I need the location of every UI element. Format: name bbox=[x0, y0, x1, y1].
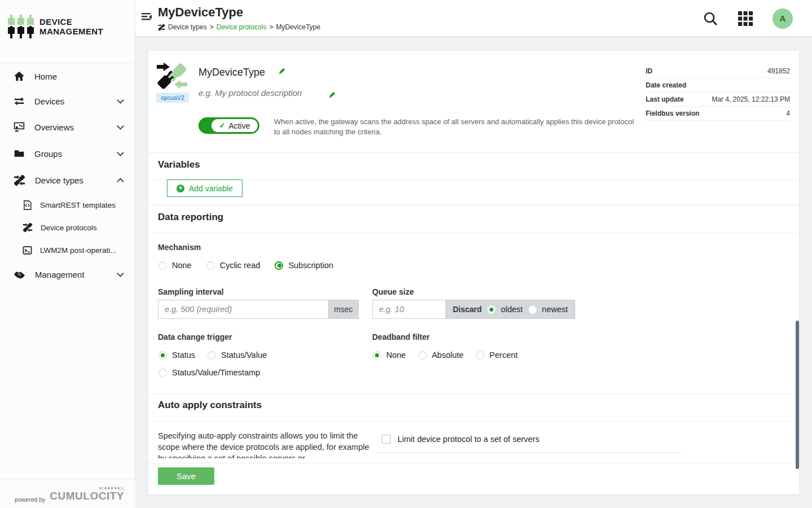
breadcrumb-device-types[interactable]: Device types bbox=[168, 23, 207, 31]
app-logo: DEVICE MANAGEMENT bbox=[0, 0, 135, 63]
folder-icon bbox=[14, 148, 25, 159]
app-switcher-icon[interactable] bbox=[738, 11, 753, 27]
active-hint-text: When active, the gateway scans the addre… bbox=[274, 117, 641, 137]
sidebar-item-overviews[interactable]: Overviews bbox=[0, 115, 135, 139]
info-row-id: ID 491852 bbox=[646, 64, 790, 78]
device-management-logo-icon bbox=[8, 15, 34, 38]
code-document-icon bbox=[23, 200, 32, 210]
breadcrumb: Device types > Device protocols > MyDevi… bbox=[158, 23, 320, 31]
device-protocol-card: opcuaV2 MyDeviceType e.g. My protocol de… bbox=[148, 51, 799, 494]
active-toggle[interactable]: ✓ Active bbox=[198, 117, 259, 134]
breadcrumb-current: MyDeviceType bbox=[276, 23, 320, 31]
queue-size-input[interactable] bbox=[372, 300, 445, 319]
sampling-interval-label: Sampling interval bbox=[158, 287, 224, 296]
device-protocol-icon bbox=[23, 222, 33, 233]
protocol-description-placeholder[interactable]: e.g. My protocol description bbox=[198, 88, 302, 98]
sidebar-item-smartrest-templates[interactable]: SmartREST templates bbox=[0, 194, 135, 216]
auto-apply-description: Specifying auto-apply constraints allows… bbox=[158, 430, 379, 458]
sidebar-item-lwm2m[interactable]: LWM2M post-operati... bbox=[0, 239, 135, 261]
radio-icon bbox=[158, 261, 167, 270]
vertical-scrollbar-thumb[interactable] bbox=[796, 321, 799, 469]
radio-deadband-absolute[interactable]: Absolute bbox=[418, 351, 464, 360]
radio-icon bbox=[158, 351, 167, 360]
terminal-icon bbox=[23, 246, 32, 255]
radio-mechanism-none[interactable]: None bbox=[158, 261, 192, 270]
plus-icon: + bbox=[176, 185, 184, 192]
deadband-filter-label: Deadband filter bbox=[372, 332, 430, 341]
radio-discard-newest[interactable]: newest bbox=[528, 305, 568, 314]
sidebar-item-home[interactable]: Home bbox=[0, 64, 135, 89]
device-protocol-icon bbox=[14, 174, 25, 186]
breadcrumb-device-protocols[interactable]: Device protocols bbox=[217, 23, 267, 31]
home-icon bbox=[14, 71, 25, 82]
chevron-down-icon bbox=[117, 149, 124, 156]
info-row-last-update: Last update Mar 4, 2025, 12:22:13 PM bbox=[646, 93, 790, 107]
radio-deadband-none[interactable]: None bbox=[373, 351, 406, 360]
radio-icon bbox=[373, 351, 381, 360]
collapse-sidebar-icon[interactable] bbox=[140, 12, 153, 22]
auto-apply-heading: Auto apply constraints bbox=[158, 400, 262, 411]
cumulocity-logo: ●|●●●●●|| CUMULOCITY bbox=[50, 486, 124, 502]
radio-icon bbox=[418, 351, 427, 360]
chevron-down-icon bbox=[117, 270, 124, 277]
chevron-down-icon bbox=[117, 97, 124, 104]
mechanism-radio-group: None Cyclic read Subscription bbox=[158, 261, 333, 270]
sampling-interval-group: msec bbox=[158, 300, 359, 319]
radio-deadband-percent[interactable]: Percent bbox=[476, 351, 518, 360]
device-protocol-icon bbox=[158, 24, 165, 31]
main-content: opcuaV2 MyDeviceType e.g. My protocol de… bbox=[135, 37, 812, 508]
protocol-type-icon bbox=[156, 60, 188, 93]
page-title: MyDeviceType bbox=[158, 5, 243, 20]
discard-label: Discard bbox=[453, 305, 482, 314]
check-icon: ✓ bbox=[219, 121, 225, 130]
sidebar-item-device-protocols[interactable]: Device protocols bbox=[0, 216, 135, 239]
sidebar-item-devices[interactable]: Devices bbox=[0, 89, 135, 113]
protocol-info-panel: ID 491852 Date created Last update Mar 4… bbox=[646, 64, 790, 121]
active-toggle-label: Active bbox=[228, 121, 250, 130]
radio-discard-oldest[interactable]: oldest bbox=[487, 305, 523, 314]
app-title: DEVICE MANAGEMENT bbox=[39, 17, 103, 36]
radio-trigger-status-value-timestamp[interactable]: Status/Value/Timestamp bbox=[158, 368, 260, 377]
info-row-date-created: Date created bbox=[646, 78, 790, 93]
sidebar-item-device-types[interactable]: Device types bbox=[0, 168, 135, 192]
chevron-up-icon bbox=[117, 178, 124, 185]
edit-description-icon[interactable] bbox=[328, 91, 336, 99]
trigger-radio-group-row2: Status/Value/Timestamp bbox=[158, 368, 260, 377]
overviews-icon bbox=[14, 121, 25, 133]
trigger-radio-group-row1: Status Status/Value bbox=[158, 351, 267, 360]
radio-icon bbox=[158, 369, 167, 377]
radio-icon bbox=[206, 261, 215, 270]
radio-icon bbox=[487, 305, 496, 314]
handshake-icon bbox=[14, 269, 25, 281]
powered-by-footer: powered by ●|●●●●●|| CUMULOCITY bbox=[0, 479, 135, 508]
add-variable-button[interactable]: + Add variable bbox=[167, 179, 242, 197]
data-change-trigger-label: Data change trigger bbox=[158, 332, 232, 341]
powered-by-label: powered by bbox=[15, 496, 45, 503]
mechanism-label: Mechanism bbox=[158, 243, 201, 252]
radio-mechanism-cyclic-read[interactable]: Cyclic read bbox=[206, 261, 261, 270]
radio-mechanism-subscription[interactable]: Subscription bbox=[275, 261, 333, 270]
limit-servers-label: Limit device protocol to a set of server… bbox=[398, 435, 539, 444]
discard-addon: Discard oldest newest bbox=[445, 300, 575, 319]
queue-size-group: Discard oldest newest bbox=[372, 300, 573, 319]
edit-name-icon[interactable] bbox=[277, 68, 285, 76]
deadband-radio-group: None Absolute Percent bbox=[373, 351, 518, 360]
radio-icon bbox=[275, 261, 283, 270]
data-reporting-heading: Data reporting bbox=[158, 212, 223, 223]
save-button[interactable]: Save bbox=[158, 467, 214, 485]
user-avatar[interactable]: A bbox=[773, 8, 793, 29]
chevron-down-icon bbox=[117, 122, 124, 130]
limit-servers-row: Limit device protocol to a set of server… bbox=[382, 435, 539, 444]
sidebar-item-groups[interactable]: Groups bbox=[0, 141, 135, 166]
limit-servers-checkbox[interactable] bbox=[382, 435, 391, 444]
top-header: MyDeviceType Device types > Device proto… bbox=[135, 0, 812, 37]
radio-trigger-status-value[interactable]: Status/Value bbox=[208, 351, 267, 360]
radio-icon bbox=[528, 305, 537, 314]
radio-trigger-status[interactable]: Status bbox=[158, 351, 195, 360]
queue-size-label: Queue size bbox=[372, 287, 414, 296]
sidebar: DEVICE MANAGEMENT Home Devices Overviews… bbox=[0, 0, 135, 508]
sampling-interval-input[interactable] bbox=[158, 300, 328, 319]
search-icon[interactable] bbox=[703, 11, 718, 27]
sidebar-item-management[interactable]: Management bbox=[0, 262, 135, 287]
sampling-unit-addon: msec bbox=[328, 300, 359, 319]
